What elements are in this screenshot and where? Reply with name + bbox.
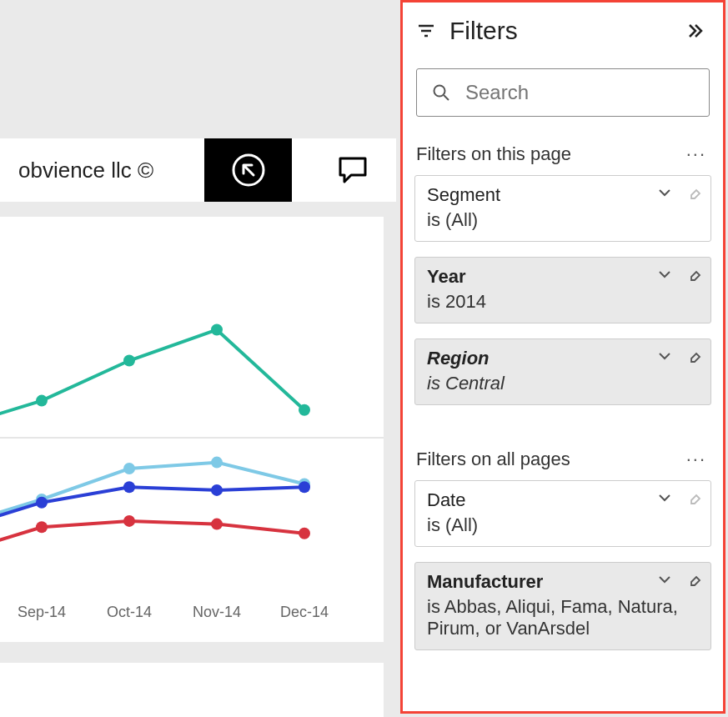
svg-line-26 [444,95,449,100]
clear-filter-button[interactable] [685,571,702,588]
svg-point-17 [299,528,310,539]
filter-card-manufacturer[interactable]: Manufacturer is Abbas, Aliqui, Fama, Nat… [414,562,711,650]
filter-value: is Abbas, Aliqui, Fama, Natura, Pirum, o… [427,596,699,639]
svg-text:Oct-14: Oct-14 [107,604,152,620]
filter-value: is Central [427,373,699,394]
filter-name: Manufacturer [427,571,543,593]
svg-point-8 [211,457,223,469]
svg-point-12 [211,484,223,496]
filter-value: is (All) [427,514,699,536]
expand-button[interactable] [657,185,672,200]
filter-name: Segment [427,184,500,206]
chevron-down-icon [657,267,672,282]
clear-filter-button[interactable] [685,489,702,506]
filter-card-year[interactable]: Year is 2014 [414,257,711,323]
filter-card-region[interactable]: Region is Central [414,338,711,405]
copyright-text: obvience llc © [18,158,153,183]
filter-name: Year [427,266,466,288]
eraser-icon [685,489,702,506]
svg-point-25 [434,86,445,97]
chevron-down-icon [657,490,672,505]
svg-point-14 [36,521,48,533]
search-input[interactable] [464,68,716,117]
clear-filter-button[interactable] [685,266,702,283]
section-head-page: Filters on this page ··· [414,138,711,175]
eraser-icon [685,266,702,283]
filter-icon [416,21,436,41]
svg-point-4 [211,324,223,336]
expand-button[interactable] [657,348,672,364]
collapse-pane-button[interactable] [686,22,705,40]
filter-value: is 2014 [427,291,699,313]
svg-point-10 [36,497,48,509]
search-box[interactable] [416,68,710,117]
expand-button[interactable] [657,490,672,505]
back-arrow-tile[interactable] [204,138,292,202]
filter-card-date[interactable]: Date is (All) [414,480,711,547]
chevron-down-icon [657,348,672,364]
svg-text:Dec-14: Dec-14 [280,604,329,620]
filters-pane: Filters Filters on this page ··· Segm [400,0,725,714]
chevron-down-icon [657,572,672,587]
search-row [403,60,723,138]
section-page-more-button[interactable]: ··· [686,143,706,165]
filters-pane-header: Filters [403,3,723,60]
search-icon [432,83,450,102]
chevron-double-right-icon [686,22,705,40]
clear-filter-button[interactable] [685,184,702,201]
copyright-row: obvience llc © [0,138,396,202]
section-head-all: Filters on all pages ··· [414,444,711,480]
chart-visual[interactable]: Sep-14Oct-14Nov-14Dec-14 [0,217,384,650]
clear-filter-button[interactable] [685,348,702,364]
filter-value: is (All) [427,209,699,231]
comment-tile[interactable] [309,138,396,202]
svg-point-13 [299,481,310,493]
svg-point-5 [299,404,310,416]
svg-point-16 [211,519,223,530]
line-chart: Sep-14Oct-14Nov-14Dec-14 [0,217,384,650]
chevron-down-icon [657,185,672,200]
filter-name: Date [427,489,465,511]
chart-below-white [0,663,384,717]
svg-point-3 [123,355,135,367]
expand-button[interactable] [657,267,672,282]
section-all-more-button[interactable]: ··· [686,449,706,470]
top-gray-area [0,0,396,138]
filter-name: Region [427,348,490,369]
svg-point-2 [36,395,48,407]
filters-title: Filters [449,17,518,45]
arrow-circle-icon [229,151,268,189]
svg-point-15 [123,515,135,527]
svg-text:Sep-14: Sep-14 [18,604,66,620]
filter-card-segment[interactable]: Segment is (All) [414,175,711,242]
comment-icon [336,153,369,187]
section-filters-all: Filters on all pages ··· Date is (All) M… [403,444,723,689]
svg-point-11 [123,481,135,493]
svg-text:Nov-14: Nov-14 [193,604,241,620]
eraser-icon [685,184,702,201]
section-title-page: Filters on this page [416,143,571,165]
expand-button[interactable] [657,572,672,587]
chart-gap [0,642,384,665]
svg-point-7 [123,463,135,474]
eraser-icon [685,348,702,364]
eraser-icon [685,571,702,588]
section-filters-page: Filters on this page ··· Segment is (All… [403,138,723,444]
section-title-all: Filters on all pages [416,449,570,470]
